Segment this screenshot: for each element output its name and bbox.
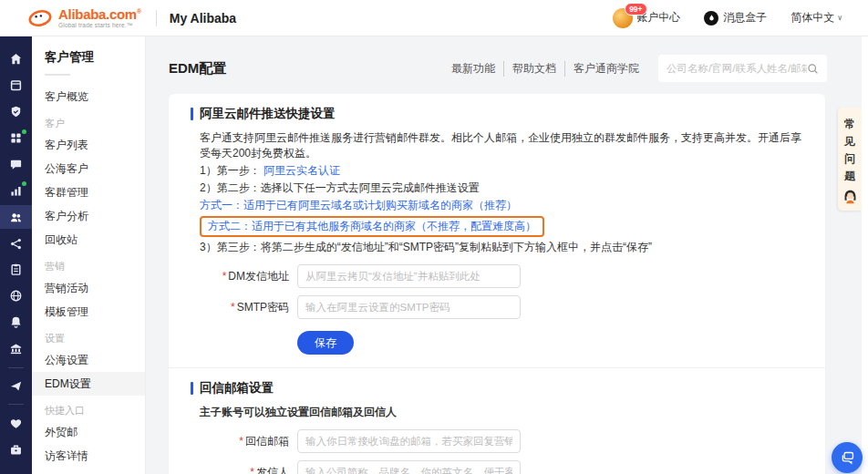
account-center[interactable]: 99+ 账户中心 <box>613 8 680 28</box>
faq-tab-char: 见 <box>844 133 855 150</box>
step-1-prefix: 1）第一步： <box>200 164 261 177</box>
green-dot-indicator <box>22 129 26 134</box>
required-asterisk: * <box>250 466 254 474</box>
shield-icon[interactable] <box>0 100 32 124</box>
scrollbar-track[interactable] <box>862 36 868 474</box>
brand-tagline: Global trade starts here.™ <box>58 23 141 29</box>
faq-tab-char: 问 <box>844 150 855 168</box>
aliyun-intro-text: 客户通支持阿里云邮件推送服务进行营销邮件群发。相比个人邮箱，企业使用独立的群发邮… <box>200 130 803 161</box>
section-divider <box>169 367 825 368</box>
sidebar-item-customer-overview[interactable]: 客户概览 <box>32 85 145 108</box>
sidebar-item-public-sea-customers[interactable]: 公海客户 <box>32 157 145 180</box>
rail-divider <box>8 367 24 368</box>
analytics-icon[interactable] <box>0 179 32 202</box>
sidebar-item-public-sea-settings[interactable]: 公海设置 <box>32 348 145 372</box>
clipboard-icon[interactable] <box>0 258 32 282</box>
chat-bubbles-icon <box>840 450 855 466</box>
share-icon[interactable] <box>0 232 32 255</box>
sidebar-item-foreign-trade-mail[interactable]: 外贸邮 <box>32 420 145 444</box>
sender-name-input[interactable] <box>297 460 521 474</box>
smtp-password-row: *SMTP密码 <box>191 295 803 319</box>
alibaba-smiley-icon <box>27 8 53 28</box>
sidebar-title-divider <box>45 74 70 76</box>
sidebar-item-card-requests[interactable]: 索要名片的请求 <box>32 468 145 474</box>
search-icon[interactable] <box>807 63 819 75</box>
sidebar-group-label-marketing: 营销 <box>32 252 145 276</box>
section-title-reply-email: 回信邮箱设置 <box>191 380 803 397</box>
smtp-password-input[interactable] <box>297 295 521 319</box>
bell-icon[interactable] <box>0 311 32 335</box>
required-asterisk: * <box>222 270 227 283</box>
green-dot-indicator <box>22 181 26 186</box>
chevron-down-icon: ∨ <box>837 14 842 22</box>
sender-name-label: *发信人 <box>191 465 289 474</box>
save-button-aliyun[interactable]: 保存 <box>297 331 354 355</box>
dm-sender-address-label: *DM发信地址 <box>191 269 289 284</box>
chat-fab-button[interactable] <box>832 442 863 473</box>
search-input[interactable] <box>666 63 807 74</box>
page-title: EDM配置 <box>169 60 226 77</box>
option-2-link-highlighted[interactable]: 方式二：适用于已有其他服务商域名的商家（不推荐，配置难度高） <box>200 216 544 237</box>
brand-wordmark: Alibaba.com® <box>58 7 141 21</box>
option-1-link[interactable]: 方式一：适用于已有阿里云域名或计划购买新域名的商家（推荐） <box>200 198 803 213</box>
accent-bar <box>191 382 193 395</box>
icon-rail <box>0 36 32 474</box>
globe-icon[interactable] <box>0 284 32 308</box>
required-asterisk: * <box>239 435 243 448</box>
notification-count-badge: 99+ <box>625 3 646 15</box>
sidebar-item-visitor-details[interactable]: 访客详情 <box>32 444 145 468</box>
link-help-docs[interactable]: 帮助文档 <box>504 61 565 77</box>
customers-icon[interactable] <box>0 205 32 229</box>
required-asterisk: * <box>231 301 235 314</box>
briefcase-icon[interactable] <box>0 438 32 461</box>
dm-sender-address-input[interactable] <box>297 264 521 288</box>
sidebar-item-recycle-bin[interactable]: 回收站 <box>32 228 145 252</box>
language-selector[interactable]: 简体中文 ∨ <box>790 10 842 26</box>
sidebar-group-label-shortcuts: 快捷入口 <box>32 396 145 420</box>
smtp-password-label: *SMTP密码 <box>191 300 289 315</box>
reply-email-row: *回信邮箱 <box>191 429 803 453</box>
aliyun-realname-link[interactable]: 阿里云实名认证 <box>264 164 340 177</box>
reply-email-subtitle: 主子账号可以独立设置回信邮箱及回信人 <box>200 405 803 420</box>
message-box-label: 消息盒子 <box>723 10 767 26</box>
link-merchant-academy[interactable]: 客户通商学院 <box>565 61 647 77</box>
reply-email-label: *回信邮箱 <box>191 434 289 449</box>
message-box[interactable]: 消息盒子 <box>704 10 767 26</box>
sidebar-title: 客户管理 <box>32 49 145 66</box>
sidebar-item-template-mgmt[interactable]: 模板管理 <box>32 300 145 324</box>
home-icon[interactable] <box>0 47 32 71</box>
registered-mark: ® <box>137 8 141 15</box>
sidebar-item-edm-settings[interactable]: EDM设置 <box>32 372 145 396</box>
sidebar-menu: 客户管理 客户概览 客户 客户列表 公海客户 客群管理 客户分析 回收站 营销 … <box>32 36 146 474</box>
step-2: 2）第二步：选择以下任一方式去阿里云完成邮件推送设置 <box>200 180 803 196</box>
faq-tab-char: 常 <box>844 116 855 133</box>
sidebar-item-marketing-campaigns[interactable]: 营销活动 <box>32 276 145 300</box>
message-box-icon <box>704 11 718 26</box>
dm-sender-address-row: *DM发信地址 <box>191 264 803 288</box>
app-title: My Alibaba <box>170 11 236 26</box>
accent-bar <box>191 108 193 120</box>
reply-email-input[interactable] <box>297 429 521 453</box>
edm-config-card: 阿里云邮件推送快捷设置 客户通支持阿里云邮件推送服务进行营销邮件群发。相比个人邮… <box>169 94 825 474</box>
rail-divider <box>8 404 24 405</box>
link-latest-features[interactable]: 最新功能 <box>443 61 504 77</box>
header-divider <box>156 10 157 26</box>
sender-name-row: *发信人 <box>191 460 803 474</box>
top-header: Alibaba.com® Global trade starts here.™ … <box>0 0 868 36</box>
apps-icon[interactable] <box>0 127 32 150</box>
chat-icon[interactable] <box>0 153 32 177</box>
alibaba-logo[interactable]: Alibaba.com® Global trade starts here.™ <box>27 7 141 29</box>
faq-assistant-avatar-icon <box>842 189 858 204</box>
sidebar-group-label-customer: 客户 <box>32 108 145 133</box>
send-icon[interactable] <box>0 375 32 398</box>
calendar-icon[interactable] <box>0 74 32 98</box>
sidebar-item-customer-list[interactable]: 客户列表 <box>32 133 145 157</box>
search-box[interactable] <box>658 55 827 82</box>
sidebar-item-customer-analysis[interactable]: 客户分析 <box>32 204 145 228</box>
sidebar-item-customer-group-mgmt[interactable]: 客群管理 <box>32 180 145 204</box>
bank-icon[interactable] <box>0 337 32 361</box>
faq-floating-tab[interactable]: 常 见 问 题 <box>838 108 862 211</box>
section-title-aliyun-push: 阿里云邮件推送快捷设置 <box>191 106 803 122</box>
heart-icon[interactable] <box>0 411 32 435</box>
main-content: EDM配置 最新功能 帮助文档 客户通商学院 阿里云邮件推送快捷设置 客户通支持… <box>146 36 868 474</box>
